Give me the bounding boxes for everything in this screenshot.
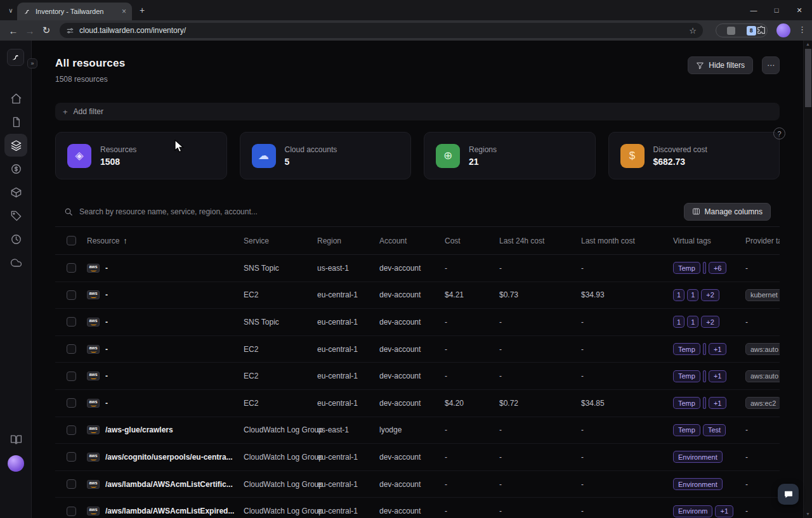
- sidebar-item-docs[interactable]: [4, 428, 27, 451]
- resource-name[interactable]: /aws/cognito/userpools/eu-centra...: [105, 453, 233, 462]
- provider-tag[interactable]: aws:auto: [745, 343, 780, 355]
- provider-tag[interactable]: aws:auto: [745, 370, 780, 382]
- virtual-tag[interactable]: Environment: [673, 451, 723, 463]
- hide-filters-button[interactable]: Hide filters: [688, 56, 753, 74]
- row-checkbox[interactable]: [67, 263, 76, 273]
- back-button[interactable]: ←: [5, 25, 22, 36]
- table-row[interactable]: aws/aws/cognito/userpools/eu-centra... C…: [55, 444, 780, 471]
- table-row[interactable]: aws/aws-glue/crawlers CloudWatch Log Gro…: [55, 417, 780, 444]
- virtual-tag[interactable]: Temp: [673, 262, 700, 274]
- sort-asc-icon[interactable]: ↑: [123, 236, 128, 245]
- provider-tag[interactable]: aws:ec2: [745, 397, 780, 409]
- reload-button[interactable]: ↻: [38, 25, 55, 36]
- sidebar-item-alerts[interactable]: [4, 228, 27, 250]
- resource-name[interactable]: -: [105, 372, 108, 380]
- browser-tab[interactable]: Inventory - Tailwarden ×: [17, 3, 132, 20]
- virtual-tag-more[interactable]: +6: [709, 262, 727, 274]
- virtual-tag-more[interactable]: +1: [709, 343, 727, 355]
- resource-name[interactable]: -: [105, 290, 108, 299]
- window-close-button[interactable]: ✕: [787, 0, 812, 20]
- row-checkbox[interactable]: [67, 425, 76, 435]
- bookmark-star-icon[interactable]: ☆: [689, 26, 697, 36]
- window-minimize-button[interactable]: —: [741, 0, 766, 20]
- virtual-tag-more[interactable]: +1: [715, 505, 733, 517]
- site-info-icon[interactable]: [66, 27, 74, 35]
- address-bar[interactable]: cloud.tailwarden.com/inventory/ ☆: [60, 23, 703, 38]
- table-row[interactable]: aws- EC2 eu-central-1 dev-account - - - …: [55, 336, 780, 363]
- help-button[interactable]: ?: [773, 127, 785, 139]
- virtual-tag-more[interactable]: +1: [709, 397, 727, 409]
- sidebar-item-costs[interactable]: [4, 157, 27, 180]
- virtual-tag[interactable]: 1: [673, 289, 684, 301]
- col-virtual-tags[interactable]: Virtual tags: [673, 236, 745, 245]
- virtual-tag-truncated[interactable]: [703, 262, 706, 274]
- page-scrollbar[interactable]: ▲ ▼: [803, 41, 812, 518]
- virtual-tag-truncated[interactable]: [703, 397, 706, 409]
- virtual-tag-truncated[interactable]: [703, 370, 706, 382]
- virtual-tag[interactable]: Test: [703, 424, 726, 436]
- virtual-tag-more[interactable]: +1: [709, 370, 727, 382]
- virtual-tag[interactable]: 1: [673, 316, 684, 328]
- url-text[interactable]: cloud.tailwarden.com/inventory/: [79, 26, 186, 35]
- col-last-month-cost[interactable]: Last month cost: [581, 236, 673, 245]
- resource-name[interactable]: -: [105, 318, 108, 327]
- row-checkbox[interactable]: [67, 479, 76, 489]
- extension-badge-icon[interactable]: 8: [747, 26, 756, 36]
- resource-name[interactable]: /aws-glue/crawlers: [105, 425, 173, 434]
- virtual-tag-truncated[interactable]: [703, 343, 706, 355]
- resource-name[interactable]: -: [105, 345, 108, 354]
- virtual-tag-more[interactable]: +2: [701, 289, 719, 301]
- extensions-puzzle-icon[interactable]: [756, 25, 766, 36]
- window-maximize-button[interactable]: □: [764, 0, 789, 20]
- table-row[interactable]: aws- SNS Topic eu-central-1 dev-account …: [55, 309, 780, 336]
- sidebar-item-tags[interactable]: [4, 204, 27, 227]
- sidebar-item-cloud[interactable]: [4, 251, 27, 274]
- scroll-up-arrow-icon[interactable]: ▲: [804, 41, 812, 48]
- table-row[interactable]: aws- EC2 eu-central-1 dev-account $4.21 …: [55, 282, 780, 309]
- chat-launcher-button[interactable]: [778, 484, 799, 505]
- col-last-24h-cost[interactable]: Last 24h cost: [499, 236, 581, 245]
- col-service[interactable]: Service: [244, 236, 317, 245]
- virtual-tag[interactable]: Environment: [673, 478, 723, 490]
- row-checkbox[interactable]: [67, 290, 76, 300]
- tailwarden-logo[interactable]: [7, 49, 24, 66]
- table-row[interactable]: aws/aws/lambda/AWSAcmListCertific... Clo…: [55, 471, 780, 498]
- resource-name[interactable]: /aws/lambda/AWSAcmListCertific...: [105, 480, 233, 489]
- more-options-button[interactable]: ⋯: [762, 56, 780, 74]
- table-row[interactable]: aws- EC2 eu-central-1 dev-account - - - …: [55, 363, 780, 390]
- col-resource[interactable]: Resource↑: [87, 236, 244, 245]
- new-tab-button[interactable]: +: [136, 4, 148, 16]
- scroll-down-arrow-icon[interactable]: ▼: [804, 510, 812, 518]
- table-row[interactable]: aws- SNS Topic us-east-1 dev-account - -…: [55, 255, 780, 282]
- scrollbar-thumb[interactable]: [805, 49, 811, 107]
- resource-name[interactable]: -: [105, 399, 108, 408]
- user-avatar[interactable]: [8, 455, 24, 472]
- virtual-tag[interactable]: Temp: [673, 370, 700, 382]
- sidebar-item-resources[interactable]: [4, 181, 27, 204]
- row-checkbox[interactable]: [67, 372, 76, 381]
- sidebar-item-inventory[interactable]: [4, 134, 27, 157]
- row-checkbox[interactable]: [67, 344, 76, 354]
- select-all-checkbox[interactable]: [67, 236, 76, 245]
- row-checkbox[interactable]: [67, 317, 76, 327]
- sidebar-item-home[interactable]: [4, 87, 27, 110]
- row-checkbox[interactable]: [67, 452, 76, 462]
- virtual-tag-more[interactable]: +2: [701, 316, 719, 328]
- extension-icon[interactable]: [727, 27, 735, 35]
- sidebar-item-reports[interactable]: [4, 110, 27, 133]
- row-checkbox[interactable]: [67, 398, 76, 408]
- tab-search-icon[interactable]: ∨: [5, 4, 16, 16]
- virtual-tag[interactable]: Temp: [673, 343, 700, 355]
- col-provider-tags[interactable]: Provider tags: [745, 236, 780, 245]
- tab-close-icon[interactable]: ×: [122, 7, 126, 16]
- col-cost[interactable]: Cost: [445, 236, 499, 245]
- virtual-tag[interactable]: 1: [687, 289, 698, 301]
- virtual-tag[interactable]: 1: [687, 316, 698, 328]
- resource-name[interactable]: /aws/lambda/AWSAcmListExpired...: [105, 507, 234, 515]
- table-row[interactable]: aws/aws/lambda/AWSAcmListExpired... Clou…: [55, 498, 780, 518]
- browser-profile-avatar[interactable]: [776, 23, 790, 37]
- resource-name[interactable]: -: [105, 264, 108, 273]
- add-filter-bar[interactable]: + Add filter: [55, 103, 780, 120]
- table-row[interactable]: aws- EC2 eu-central-1 dev-account $4.20 …: [55, 390, 780, 417]
- row-checkbox[interactable]: [67, 507, 76, 516]
